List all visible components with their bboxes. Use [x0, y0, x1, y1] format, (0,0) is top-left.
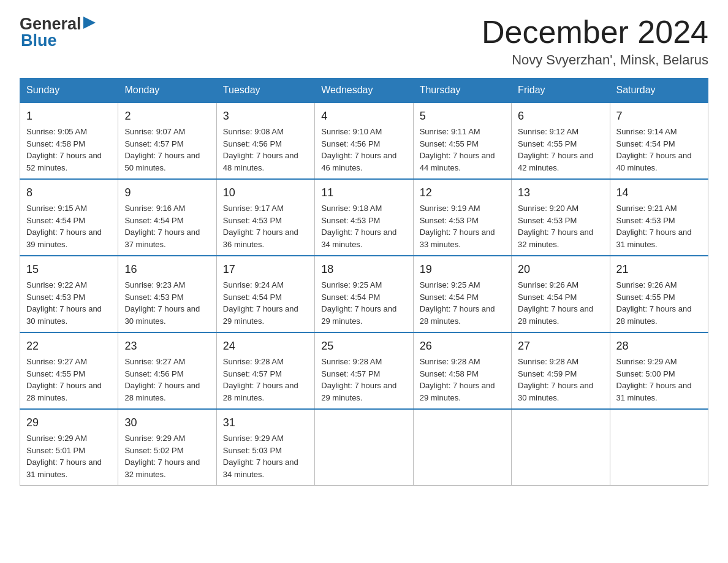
day-number: 20: [518, 261, 603, 278]
sunrise-text: Sunrise: 9:29 AM: [616, 357, 677, 366]
daylight-text: Daylight: 7 hours and 29 minutes.: [223, 304, 298, 326]
sunset-text: Sunset: 4:54 PM: [420, 293, 479, 302]
day-number: 8: [26, 185, 112, 201]
day-number: 16: [124, 261, 210, 278]
daylight-text: Daylight: 7 hours and 28 minutes.: [124, 381, 200, 402]
sunrise-text: Sunrise: 9:18 AM: [321, 204, 382, 213]
sunset-text: Sunset: 4:53 PM: [26, 293, 85, 302]
logo-blue-text: Blue: [21, 31, 57, 50]
day-number: 12: [420, 185, 505, 201]
calendar-cell: 10Sunrise: 9:17 AMSunset: 4:53 PMDayligh…: [216, 179, 314, 256]
daylight-text: Daylight: 7 hours and 29 minutes.: [420, 381, 495, 402]
day-number: 6: [518, 108, 603, 124]
calendar-cell: 22Sunrise: 9:27 AMSunset: 4:55 PMDayligh…: [20, 332, 118, 409]
daylight-text: Daylight: 7 hours and 36 minutes.: [223, 228, 298, 249]
calendar-cell: 23Sunrise: 9:27 AMSunset: 4:56 PMDayligh…: [118, 332, 216, 409]
daylight-text: Daylight: 7 hours and 40 minutes.: [616, 151, 692, 172]
daylight-text: Daylight: 7 hours and 39 minutes.: [26, 228, 102, 249]
calendar-cell: 29Sunrise: 9:29 AMSunset: 5:01 PMDayligh…: [20, 409, 118, 486]
day-number: 27: [518, 338, 603, 354]
location-title: Novy Svyerzhan', Minsk, Belarus: [482, 52, 708, 68]
day-number: 31: [223, 415, 308, 431]
calendar-week-row: 15Sunrise: 9:22 AMSunset: 4:53 PMDayligh…: [20, 256, 708, 332]
daylight-text: Daylight: 7 hours and 30 minutes.: [26, 304, 102, 326]
day-number: 30: [124, 415, 210, 431]
sunrise-text: Sunrise: 9:25 AM: [321, 280, 382, 289]
daylight-text: Daylight: 7 hours and 30 minutes.: [124, 304, 200, 326]
days-of-week-row: SundayMondayTuesdayWednesdayThursdayFrid…: [20, 79, 708, 103]
day-number: 26: [420, 338, 505, 354]
day-number: 11: [321, 185, 406, 201]
sunrise-text: Sunrise: 9:28 AM: [518, 357, 578, 366]
sunset-text: Sunset: 4:53 PM: [518, 216, 577, 225]
sunrise-text: Sunrise: 9:24 AM: [223, 280, 284, 289]
sunrise-text: Sunrise: 9:11 AM: [420, 127, 480, 136]
calendar-cell: 1Sunrise: 9:05 AMSunset: 4:58 PMDaylight…: [20, 102, 118, 179]
calendar-cell: [413, 409, 511, 486]
calendar-table: SundayMondayTuesdayWednesdayThursdayFrid…: [20, 78, 708, 486]
calendar-week-row: 8Sunrise: 9:15 AMSunset: 4:54 PMDaylight…: [20, 179, 708, 256]
calendar-cell: [610, 409, 708, 486]
sunrise-text: Sunrise: 9:17 AM: [223, 204, 284, 213]
sunset-text: Sunset: 4:54 PM: [518, 293, 577, 302]
day-number: 18: [321, 261, 406, 278]
logo: General Blue: [20, 15, 96, 50]
calendar-cell: 4Sunrise: 9:10 AMSunset: 4:56 PMDaylight…: [315, 102, 413, 179]
calendar-cell: 17Sunrise: 9:24 AMSunset: 4:54 PMDayligh…: [216, 256, 314, 332]
sunrise-text: Sunrise: 9:08 AM: [223, 127, 284, 136]
daylight-text: Daylight: 7 hours and 46 minutes.: [321, 151, 396, 172]
calendar-cell: 11Sunrise: 9:18 AMSunset: 4:53 PMDayligh…: [315, 179, 413, 256]
svg-marker-0: [83, 17, 96, 29]
calendar-cell: 25Sunrise: 9:28 AMSunset: 4:57 PMDayligh…: [315, 332, 413, 409]
sunrise-text: Sunrise: 9:15 AM: [26, 204, 87, 213]
sunset-text: Sunset: 4:57 PM: [124, 139, 183, 148]
sunrise-text: Sunrise: 9:26 AM: [616, 280, 677, 289]
sunset-text: Sunset: 5:03 PM: [223, 446, 282, 455]
sunrise-text: Sunrise: 9:05 AM: [26, 127, 87, 136]
title-block: December 2024 Novy Svyerzhan', Minsk, Be…: [482, 15, 708, 68]
sunset-text: Sunset: 4:58 PM: [26, 139, 85, 148]
sunset-text: Sunset: 4:54 PM: [26, 216, 85, 225]
sunrise-text: Sunrise: 9:20 AM: [518, 204, 578, 213]
daylight-text: Daylight: 7 hours and 48 minutes.: [223, 151, 298, 172]
calendar-cell: 30Sunrise: 9:29 AMSunset: 5:02 PMDayligh…: [118, 409, 216, 486]
sunrise-text: Sunrise: 9:27 AM: [26, 357, 87, 366]
day-number: 3: [223, 108, 308, 124]
daylight-text: Daylight: 7 hours and 28 minutes.: [223, 381, 298, 402]
day-number: 14: [616, 185, 702, 201]
day-number: 13: [518, 185, 603, 201]
sunrise-text: Sunrise: 9:10 AM: [321, 127, 382, 136]
calendar-body: 1Sunrise: 9:05 AMSunset: 4:58 PMDaylight…: [20, 102, 708, 486]
calendar-cell: 2Sunrise: 9:07 AMSunset: 4:57 PMDaylight…: [118, 102, 216, 179]
sunrise-text: Sunrise: 9:16 AM: [124, 204, 185, 213]
sunset-text: Sunset: 5:02 PM: [124, 446, 183, 455]
day-number: 19: [420, 261, 505, 278]
daylight-text: Daylight: 7 hours and 52 minutes.: [26, 151, 102, 172]
sunrise-text: Sunrise: 9:29 AM: [223, 434, 284, 443]
daylight-text: Daylight: 7 hours and 32 minutes.: [518, 228, 593, 249]
calendar-cell: 9Sunrise: 9:16 AMSunset: 4:54 PMDaylight…: [118, 179, 216, 256]
sunset-text: Sunset: 4:59 PM: [518, 369, 577, 378]
calendar-cell: 5Sunrise: 9:11 AMSunset: 4:55 PMDaylight…: [413, 102, 511, 179]
daylight-text: Daylight: 7 hours and 32 minutes.: [124, 458, 200, 479]
sunset-text: Sunset: 5:00 PM: [616, 369, 675, 378]
daylight-text: Daylight: 7 hours and 29 minutes.: [321, 304, 396, 326]
daylight-text: Daylight: 7 hours and 31 minutes.: [26, 458, 102, 479]
daylight-text: Daylight: 7 hours and 44 minutes.: [420, 151, 495, 172]
calendar-cell: [512, 409, 610, 486]
month-title: December 2024: [482, 15, 708, 50]
day-number: 21: [616, 261, 702, 278]
calendar-cell: 21Sunrise: 9:26 AMSunset: 4:55 PMDayligh…: [610, 256, 708, 332]
sunrise-text: Sunrise: 9:12 AM: [518, 127, 578, 136]
calendar-cell: 20Sunrise: 9:26 AMSunset: 4:54 PMDayligh…: [512, 256, 610, 332]
page-header: General Blue December 2024 Novy Svyerzha…: [20, 15, 708, 68]
day-header-sunday: Sunday: [20, 79, 118, 103]
calendar-cell: 24Sunrise: 9:28 AMSunset: 4:57 PMDayligh…: [216, 332, 314, 409]
day-number: 7: [616, 108, 702, 124]
calendar-cell: 28Sunrise: 9:29 AMSunset: 5:00 PMDayligh…: [610, 332, 708, 409]
sunrise-text: Sunrise: 9:19 AM: [420, 204, 480, 213]
daylight-text: Daylight: 7 hours and 50 minutes.: [124, 151, 200, 172]
day-header-tuesday: Tuesday: [216, 79, 314, 103]
day-header-thursday: Thursday: [413, 79, 511, 103]
daylight-text: Daylight: 7 hours and 42 minutes.: [518, 151, 593, 172]
